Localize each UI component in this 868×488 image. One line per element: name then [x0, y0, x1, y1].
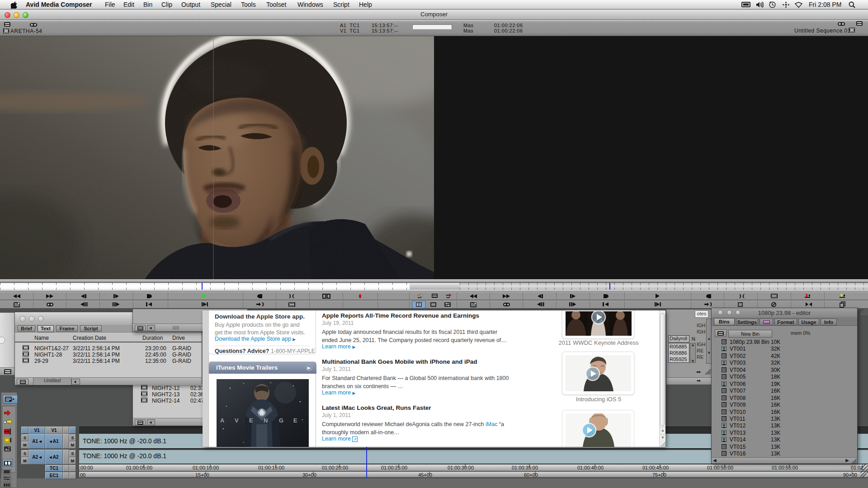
svg-text:A: A	[220, 417, 225, 424]
svg-text:E: E	[249, 417, 253, 424]
svg-text:E: E	[293, 417, 297, 424]
svg-text:G: G	[279, 417, 283, 424]
svg-text:N: N	[264, 417, 268, 424]
svg-text:V: V	[235, 417, 239, 424]
